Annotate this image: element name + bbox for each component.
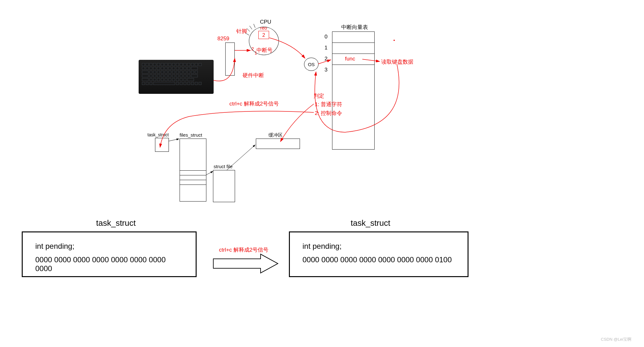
pin-label: 针脚 [236, 28, 247, 35]
task-struct-small-label: task_struct [147, 132, 169, 137]
pending-bits-right: 0000 0000 0000 0000 0000 0000 0000 0100 [302, 255, 455, 264]
svg-line-8 [206, 171, 213, 175]
buffer-box [256, 139, 300, 149]
svg-line-3 [254, 24, 255, 28]
buffer-label: 缓冲区 [268, 132, 283, 138]
interrupt-num-2: 2 [251, 46, 254, 51]
svg-line-7 [169, 139, 179, 141]
svg-line-2 [250, 26, 252, 29]
keyboard-image [139, 60, 214, 94]
big-arrow-icon [212, 253, 284, 275]
hw-interrupt-label: 硬件中断 [243, 72, 264, 79]
cpu-label: CPU [260, 19, 271, 25]
vector-table: 0 1 2func 3 [332, 31, 375, 150]
read-kb-label: 读取键盘数据 [381, 58, 413, 65]
svg-line-1 [247, 28, 250, 31]
struct-file-label: struct file [214, 164, 233, 169]
judge-label: 判定 [313, 92, 324, 100]
files-struct-box [180, 139, 206, 202]
interrupt-num-label: 中断号 [256, 47, 273, 54]
pending-label-left: int pending; [35, 242, 183, 251]
pending-bits-left: 0000 0000 0000 0000 0000 0000 0000 0000 [35, 255, 183, 273]
task-struct-left-title: task_struct [96, 218, 136, 228]
vtable-idx-1: 1 [325, 45, 327, 51]
vtable-idx-2: 2 [325, 56, 327, 62]
vtable-idx-3: 3 [325, 67, 327, 73]
svg-point-10 [394, 40, 395, 41]
task-struct-right-title: task_struct [351, 218, 390, 228]
case1-label: 1: 普通字符 [315, 101, 342, 108]
vector-table-title: 中断向量表 [341, 24, 368, 31]
files-struct-label: files_struct [180, 132, 202, 138]
reo-value-box: 2 [258, 31, 269, 39]
vtable-idx-0: 0 [325, 34, 327, 40]
pending-label-right: int pending; [302, 242, 455, 251]
struct-file-box [213, 170, 235, 202]
reo-label: reo [260, 25, 267, 31]
pending-box-left: int pending; 0000 0000 0000 0000 0000 00… [22, 231, 197, 277]
chip-8259-box [225, 43, 235, 76]
ctrlc-label-top: ctrl+c 解释成2号信号 [229, 100, 279, 107]
task-struct-small-box [155, 138, 169, 152]
chip-8259-label: 8259 [217, 36, 229, 42]
pending-box-right: int pending; 0000 0000 0000 0000 0000 00… [289, 231, 469, 277]
case2-label: 2: 控制命令 [315, 110, 342, 117]
watermark: CSDN @Lei宝啊 [601, 337, 631, 342]
os-label: OS [308, 62, 315, 67]
vtable-func: func [345, 56, 355, 62]
os-circle: OS [304, 58, 319, 71]
